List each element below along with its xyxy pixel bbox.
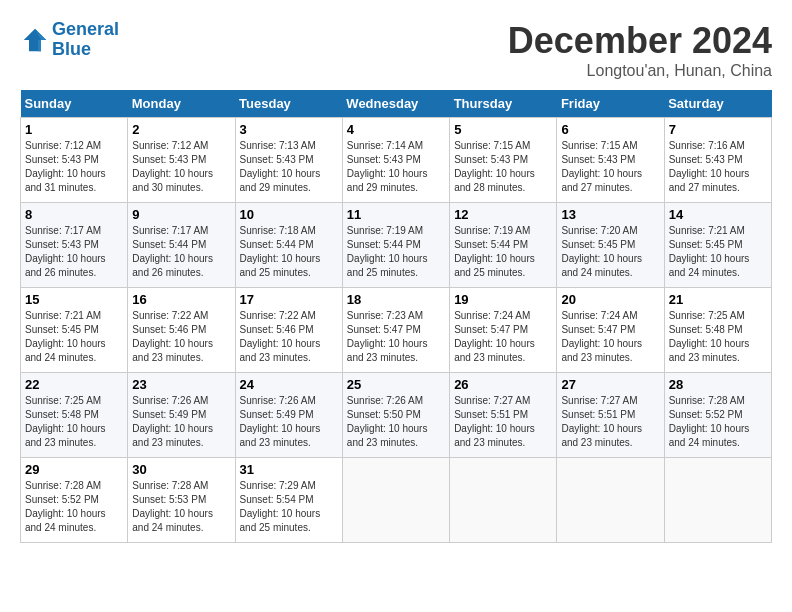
daylight-label: Daylight: 10 hours [25,508,106,519]
calendar-cell: 19 Sunrise: 7:24 AM Sunset: 5:47 PM Dayl… [450,288,557,373]
day-number: 27 [561,377,659,392]
calendar-cell: 17 Sunrise: 7:22 AM Sunset: 5:46 PM Dayl… [235,288,342,373]
sunset-label: Sunset: 5:48 PM [669,324,743,335]
calendar-cell: 11 Sunrise: 7:19 AM Sunset: 5:44 PM Dayl… [342,203,449,288]
sunset-label: Sunset: 5:46 PM [240,324,314,335]
sunrise-label: Sunrise: 7:28 AM [25,480,101,491]
day-info: Sunrise: 7:28 AM Sunset: 5:53 PM Dayligh… [132,479,230,535]
calendar-cell: 22 Sunrise: 7:25 AM Sunset: 5:48 PM Dayl… [21,373,128,458]
daylight-label: Daylight: 10 hours [669,168,750,179]
day-info: Sunrise: 7:25 AM Sunset: 5:48 PM Dayligh… [669,309,767,365]
page-header: General Blue December 2024 Longtou'an, H… [20,20,772,80]
calendar-cell: 4 Sunrise: 7:14 AM Sunset: 5:43 PM Dayli… [342,118,449,203]
sunset-label: Sunset: 5:43 PM [25,154,99,165]
calendar-cell: 1 Sunrise: 7:12 AM Sunset: 5:43 PM Dayli… [21,118,128,203]
daylight-label: Daylight: 10 hours [240,168,321,179]
calendar-cell: 9 Sunrise: 7:17 AM Sunset: 5:44 PM Dayli… [128,203,235,288]
calendar-cell: 3 Sunrise: 7:13 AM Sunset: 5:43 PM Dayli… [235,118,342,203]
day-number: 4 [347,122,445,137]
day-number: 25 [347,377,445,392]
day-number: 30 [132,462,230,477]
calendar-cell: 18 Sunrise: 7:23 AM Sunset: 5:47 PM Dayl… [342,288,449,373]
daylight-minutes: and 25 minutes. [454,267,525,278]
day-number: 24 [240,377,338,392]
sunset-label: Sunset: 5:54 PM [240,494,314,505]
daylight-label: Daylight: 10 hours [347,423,428,434]
day-info: Sunrise: 7:17 AM Sunset: 5:44 PM Dayligh… [132,224,230,280]
daylight-minutes: and 24 minutes. [561,267,632,278]
calendar-cell: 2 Sunrise: 7:12 AM Sunset: 5:43 PM Dayli… [128,118,235,203]
day-info: Sunrise: 7:13 AM Sunset: 5:43 PM Dayligh… [240,139,338,195]
daylight-label: Daylight: 10 hours [669,253,750,264]
day-number: 9 [132,207,230,222]
sunrise-label: Sunrise: 7:27 AM [561,395,637,406]
sunrise-label: Sunrise: 7:28 AM [669,395,745,406]
sunset-label: Sunset: 5:43 PM [25,239,99,250]
sunrise-label: Sunrise: 7:28 AM [132,480,208,491]
daylight-label: Daylight: 10 hours [240,338,321,349]
daylight-label: Daylight: 10 hours [561,253,642,264]
weekday-header: Saturday [664,90,771,118]
day-info: Sunrise: 7:25 AM Sunset: 5:48 PM Dayligh… [25,394,123,450]
daylight-label: Daylight: 10 hours [561,338,642,349]
sunrise-label: Sunrise: 7:17 AM [25,225,101,236]
day-number: 7 [669,122,767,137]
daylight-minutes: and 27 minutes. [669,182,740,193]
daylight-minutes: and 29 minutes. [347,182,418,193]
day-number: 8 [25,207,123,222]
daylight-minutes: and 25 minutes. [240,267,311,278]
sunrise-label: Sunrise: 7:23 AM [347,310,423,321]
daylight-label: Daylight: 10 hours [454,253,535,264]
sunrise-label: Sunrise: 7:20 AM [561,225,637,236]
daylight-minutes: and 26 minutes. [25,267,96,278]
day-number: 1 [25,122,123,137]
day-number: 17 [240,292,338,307]
daylight-label: Daylight: 10 hours [25,338,106,349]
sunrise-label: Sunrise: 7:17 AM [132,225,208,236]
daylight-label: Daylight: 10 hours [25,423,106,434]
daylight-label: Daylight: 10 hours [132,168,213,179]
day-number: 23 [132,377,230,392]
day-number: 11 [347,207,445,222]
calendar-cell: 12 Sunrise: 7:19 AM Sunset: 5:44 PM Dayl… [450,203,557,288]
daylight-minutes: and 23 minutes. [240,352,311,363]
calendar-header-row: SundayMondayTuesdayWednesdayThursdayFrid… [21,90,772,118]
day-info: Sunrise: 7:15 AM Sunset: 5:43 PM Dayligh… [561,139,659,195]
daylight-minutes: and 25 minutes. [240,522,311,533]
sunset-label: Sunset: 5:44 PM [454,239,528,250]
calendar-cell [342,458,449,543]
day-number: 28 [669,377,767,392]
day-number: 2 [132,122,230,137]
day-info: Sunrise: 7:21 AM Sunset: 5:45 PM Dayligh… [669,224,767,280]
sunset-label: Sunset: 5:47 PM [347,324,421,335]
day-info: Sunrise: 7:15 AM Sunset: 5:43 PM Dayligh… [454,139,552,195]
day-number: 16 [132,292,230,307]
weekday-header: Thursday [450,90,557,118]
title-area: December 2024 Longtou'an, Hunan, China [508,20,772,80]
day-number: 13 [561,207,659,222]
sunrise-label: Sunrise: 7:14 AM [347,140,423,151]
daylight-label: Daylight: 10 hours [561,423,642,434]
sunset-label: Sunset: 5:44 PM [347,239,421,250]
sunset-label: Sunset: 5:43 PM [132,154,206,165]
sunset-label: Sunset: 5:50 PM [347,409,421,420]
calendar-cell: 20 Sunrise: 7:24 AM Sunset: 5:47 PM Dayl… [557,288,664,373]
calendar-cell: 15 Sunrise: 7:21 AM Sunset: 5:45 PM Dayl… [21,288,128,373]
daylight-label: Daylight: 10 hours [132,508,213,519]
daylight-label: Daylight: 10 hours [240,423,321,434]
month-title: December 2024 [508,20,772,62]
calendar-cell: 16 Sunrise: 7:22 AM Sunset: 5:46 PM Dayl… [128,288,235,373]
daylight-minutes: and 26 minutes. [132,267,203,278]
sunrise-label: Sunrise: 7:15 AM [561,140,637,151]
logo-text: General Blue [52,20,119,60]
calendar-cell: 29 Sunrise: 7:28 AM Sunset: 5:52 PM Dayl… [21,458,128,543]
sunset-label: Sunset: 5:52 PM [669,409,743,420]
calendar-cell: 28 Sunrise: 7:28 AM Sunset: 5:52 PM Dayl… [664,373,771,458]
daylight-minutes: and 23 minutes. [561,437,632,448]
sunset-label: Sunset: 5:45 PM [25,324,99,335]
day-number: 18 [347,292,445,307]
sunrise-label: Sunrise: 7:21 AM [25,310,101,321]
day-number: 3 [240,122,338,137]
logo: General Blue [20,20,119,60]
day-number: 10 [240,207,338,222]
